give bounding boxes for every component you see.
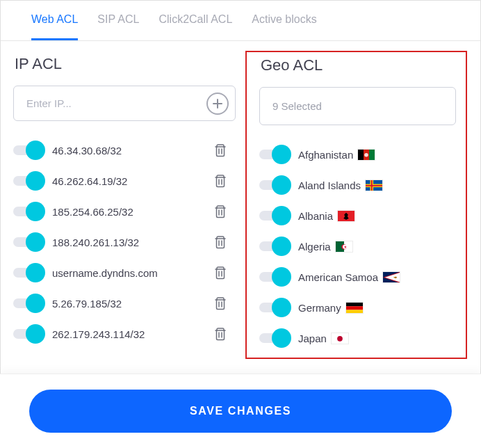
toggle-switch[interactable]	[259, 175, 291, 195]
ip-row: username.dyndns.com	[13, 257, 236, 288]
flag-icon	[357, 149, 375, 161]
svg-point-19	[364, 153, 368, 157]
ip-value: 46.34.30.68/32	[52, 145, 213, 157]
geo-acl-title: Geo ACL	[261, 56, 456, 74]
geo-row: American Samoa	[259, 262, 456, 292]
delete-button[interactable]	[213, 265, 227, 280]
flag-icon	[365, 179, 383, 191]
geo-row: Aland Islands	[259, 170, 456, 200]
add-ip-button[interactable]	[206, 93, 229, 115]
flag-icon	[335, 241, 353, 253]
toggle-switch[interactable]	[13, 141, 45, 160]
delete-button[interactable]	[213, 234, 227, 250]
svg-rect-24	[366, 184, 382, 186]
svg-point-39	[337, 335, 343, 341]
tab-sip-acl[interactable]: SIP ACL	[97, 13, 139, 40]
tab-click2call-acl[interactable]: Click2Call ACL	[158, 13, 232, 40]
svg-rect-18	[369, 150, 375, 161]
tab-active-blocks[interactable]: Active blocks	[252, 13, 316, 40]
tab-bar: Web ACLSIP ACLClick2Call ACLActive block…	[1, 1, 480, 41]
delete-button[interactable]	[213, 173, 227, 189]
geo-country: Albania	[298, 210, 456, 222]
toggle-switch[interactable]	[13, 294, 45, 313]
toggle-switch[interactable]	[13, 263, 45, 282]
ip-row: 188.240.261.13/32	[13, 227, 236, 257]
toggle-switch[interactable]	[259, 237, 291, 256]
ip-input[interactable]	[13, 86, 236, 121]
ip-acl-title: IP ACL	[15, 55, 236, 73]
geo-country: Japan	[298, 333, 456, 344]
footer: SAVE CHANGES	[0, 374, 481, 448]
plus-icon	[212, 98, 223, 109]
ip-value: 5.26.79.185/32	[52, 298, 213, 310]
toggle-switch[interactable]	[259, 145, 291, 164]
geo-country: Aland Islands	[298, 179, 456, 191]
svg-rect-16	[358, 150, 364, 161]
flag-icon	[337, 210, 355, 222]
ip-row: 262.179.243.114/32	[13, 319, 236, 349]
delete-button[interactable]	[213, 204, 227, 219]
ip-value: username.dyndns.com	[52, 267, 213, 279]
ip-row: 185.254.66.25/32	[13, 196, 236, 227]
geo-row: Algeria	[259, 231, 456, 262]
ip-row: 46.262.64.19/32	[13, 166, 236, 196]
toggle-switch[interactable]	[259, 328, 291, 348]
save-button[interactable]: SAVE CHANGES	[29, 390, 452, 433]
svg-rect-37	[346, 310, 363, 313]
delete-button[interactable]	[213, 326, 227, 342]
geo-row: Albania	[259, 200, 456, 231]
ip-acl-panel: IP ACL 46.34.30.68/3246.262.64.19/32185.…	[13, 51, 244, 359]
flag-icon	[331, 333, 349, 344]
geo-country: Germany	[298, 302, 456, 314]
geo-country: Algeria	[298, 241, 456, 253]
ip-row: 46.34.30.68/32	[13, 135, 236, 166]
geo-select-box[interactable]: 9 Selected	[259, 87, 456, 125]
ip-input-wrap	[13, 86, 236, 121]
ip-row: 5.26.79.185/32	[13, 288, 236, 319]
delete-button[interactable]	[213, 143, 227, 158]
ip-value: 46.262.64.19/32	[52, 175, 213, 187]
ip-value: 262.179.243.114/32	[52, 328, 213, 340]
toggle-switch[interactable]	[13, 324, 45, 344]
ip-value: 185.254.66.25/32	[52, 206, 213, 218]
geo-country: American Samoa	[298, 271, 456, 283]
geo-acl-panel: Geo ACL 9 Selected AfghanistanAland Isla…	[245, 51, 467, 359]
geo-row: Japan	[259, 323, 456, 353]
flag-icon	[382, 271, 400, 283]
delete-button[interactable]	[213, 296, 227, 311]
geo-row: Germany	[259, 292, 456, 323]
toggle-switch[interactable]	[13, 232, 45, 252]
toggle-switch[interactable]	[259, 267, 291, 287]
toggle-switch[interactable]	[259, 206, 291, 225]
toggle-switch[interactable]	[13, 202, 45, 221]
toggle-switch[interactable]	[259, 298, 291, 317]
svg-rect-36	[346, 306, 363, 310]
flag-icon	[345, 302, 364, 314]
toggle-switch[interactable]	[13, 171, 45, 191]
svg-rect-35	[346, 303, 363, 306]
tab-web-acl[interactable]: Web ACL	[31, 13, 78, 40]
geo-country: Afghanistan	[298, 149, 456, 161]
ip-value: 188.240.261.13/32	[52, 237, 213, 248]
geo-row: Afghanistan	[259, 139, 456, 170]
